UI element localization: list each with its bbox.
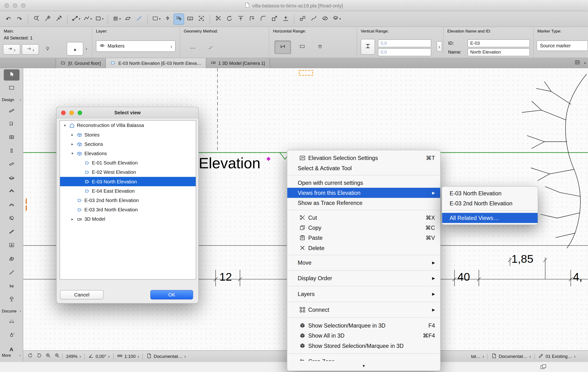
tab-overview-icon[interactable] xyxy=(540,363,547,372)
ok-button[interactable]: OK xyxy=(150,290,193,299)
menu-item-connect[interactable]: Connect▶ xyxy=(287,305,441,315)
chevron-right-icon[interactable]: › xyxy=(79,354,81,359)
disclosure-closed-icon[interactable]: ▸ xyxy=(69,142,76,146)
tree-item[interactable]: ▸Sections xyxy=(60,139,196,149)
horizontal-infinite-button[interactable] xyxy=(274,41,291,54)
eraser-button[interactable] xyxy=(41,44,54,55)
vertical-top-field[interactable]: 0,0 xyxy=(378,40,431,47)
chevron-right-icon[interactable]: › xyxy=(574,354,576,359)
orientation-control[interactable]: 0,00°› xyxy=(85,353,112,360)
menu-item-open-with-current-settings[interactable]: Open with current settings xyxy=(287,178,441,188)
dropdown-arrow-icon[interactable]: ▾ xyxy=(102,17,103,21)
place-marker-button[interactable] xyxy=(174,13,184,25)
inject-parameters-button[interactable] xyxy=(53,13,64,25)
tab-e03-north-elevation[interactable]: E-03 North Elevation [E-03 North Eleva… xyxy=(106,58,206,68)
marker-geometry-button[interactable]: › xyxy=(22,44,39,55)
lamp-tool[interactable] xyxy=(4,294,19,305)
disclosure-closed-icon[interactable]: ▸ xyxy=(69,217,76,221)
stair-tool[interactable] xyxy=(4,267,19,279)
zoom-next-button[interactable] xyxy=(34,352,43,360)
name-field[interactable]: North Elevation xyxy=(468,48,530,56)
window-tool[interactable] xyxy=(4,132,19,144)
guide-plane-button[interactable] xyxy=(123,13,133,25)
tree-item[interactable]: E-03 North Elevation xyxy=(60,177,196,186)
undo-button[interactable]: ↶ xyxy=(3,13,14,25)
favorite-box-button[interactable]: ▾ xyxy=(94,13,105,25)
grid-snap-button[interactable]: ▾ xyxy=(111,13,122,25)
scale-control[interactable]: 1:100› xyxy=(114,353,142,360)
dialog-close-button[interactable] xyxy=(61,110,66,115)
fit-in-window-button[interactable] xyxy=(196,13,207,25)
adjust-button[interactable] xyxy=(224,13,235,25)
geometry-straight-button[interactable] xyxy=(185,43,200,53)
split-button[interactable] xyxy=(213,13,223,25)
menu-item-show-selection-marquee-in-3d[interactable]: Show Selection/Marquee in 3DF4 xyxy=(287,320,441,331)
vertical-range-button[interactable] xyxy=(361,39,375,55)
disclosure-closed-icon[interactable]: ▸ xyxy=(69,133,76,137)
tree-item[interactable]: E-04 East Elevation xyxy=(60,186,196,196)
tree-item[interactable]: ▾Elevations xyxy=(60,149,196,158)
panel-expander-button[interactable]: › xyxy=(437,41,442,52)
align-button[interactable] xyxy=(236,13,246,25)
disclosure-open-icon[interactable]: ▾ xyxy=(62,123,68,127)
quick-layers-button[interactable]: ▾ xyxy=(331,13,342,25)
zoom-in-button[interactable] xyxy=(43,352,53,360)
zoom-fit-button[interactable] xyxy=(52,352,62,360)
roof-tool[interactable] xyxy=(4,186,19,197)
dropdown-arrow-icon[interactable]: ▾ xyxy=(339,17,341,21)
tab-3d-model[interactable]: 1 3D Model [Camera 1] xyxy=(206,58,270,68)
zone-tool[interactable] xyxy=(4,240,19,251)
dimension-style-button[interactable]: 12 xyxy=(185,13,195,25)
menu-item-display-order[interactable]: Display Order▶ xyxy=(287,273,441,283)
dimension-tool[interactable]: 1.2 xyxy=(4,317,19,328)
navigator-button[interactable] xyxy=(572,58,583,69)
intersect-button[interactable] xyxy=(247,13,257,25)
partial-item-control[interactable]: tat…› xyxy=(468,354,487,359)
dropdown-arrow-icon[interactable]: ▾ xyxy=(79,17,80,21)
chevron-right-icon[interactable]: › xyxy=(137,354,139,359)
magnet-button[interactable] xyxy=(314,43,326,52)
dropdown-arrow-icon[interactable]: ▾ xyxy=(159,17,160,21)
tab-ground-floor[interactable]: [0. Ground floor] xyxy=(55,58,106,68)
menu-item-e-03-north-elevation[interactable]: E-03 North Elevation xyxy=(442,188,538,198)
group-button[interactable] xyxy=(297,13,308,25)
shell-tool[interactable] xyxy=(4,200,19,211)
chevron-right-icon[interactable]: › xyxy=(108,354,110,359)
tree-item[interactable]: ▸3D Model xyxy=(60,215,196,224)
menu-item-layers[interactable]: Layers▶ xyxy=(287,289,441,299)
pick-up-parameters-button[interactable] xyxy=(42,13,53,25)
menu-item-e-03-2nd-north-elevation[interactable]: E-03 2nd North Elevation xyxy=(442,198,538,208)
tree-item[interactable]: E-03 2nd North Elevation xyxy=(60,196,196,205)
arrow-tool[interactable] xyxy=(4,69,19,81)
fillet-button[interactable] xyxy=(258,13,269,25)
dropdown-arrow-icon[interactable]: ▾ xyxy=(119,17,121,21)
menu-item-all-related-views[interactable]: All Related Views… xyxy=(442,213,538,223)
mesh-tool[interactable] xyxy=(4,254,19,265)
tree-item[interactable]: E-01 South Elevation xyxy=(60,158,196,167)
menu-item-show-all-in-3d[interactable]: Show All in 3D⌘F4 xyxy=(287,331,441,341)
resize-button[interactable] xyxy=(269,13,280,25)
menu-item-paste[interactable]: Paste⌘V xyxy=(287,233,441,243)
zoom-level-control[interactable]: 249%› xyxy=(63,354,84,359)
vertical-bottom-field[interactable]: 0,0 xyxy=(378,48,431,56)
menu-item-delete[interactable]: Delete xyxy=(287,243,441,253)
chevron-right-icon[interactable]: › xyxy=(483,354,484,359)
marquee-mode-button[interactable]: ▾ xyxy=(151,13,161,25)
trace-reference-button[interactable] xyxy=(320,13,330,25)
marquee-tool[interactable] xyxy=(4,83,19,94)
toolbox-section-design[interactable]: Design› xyxy=(0,96,23,103)
marker-settings-button[interactable]: › xyxy=(3,44,20,55)
spline-button[interactable] xyxy=(309,13,319,25)
toolbox-section-docume[interactable]: Docume› xyxy=(0,308,23,314)
disclosure-open-icon[interactable]: ▾ xyxy=(69,151,76,155)
document-set-control[interactable]: Documentat…› xyxy=(488,353,534,360)
dropdown-arrow-icon[interactable]: ▾ xyxy=(90,17,92,21)
menu-item-cut[interactable]: Cut⌘X xyxy=(287,213,441,223)
curtain-wall-tool[interactable] xyxy=(4,227,19,238)
menu-item-copy[interactable]: Copy⌘C xyxy=(287,223,441,233)
geometry-stepped-button[interactable] xyxy=(203,43,218,53)
beam-tool[interactable] xyxy=(4,159,19,170)
chevron-down-icon[interactable]: ▾ xyxy=(584,62,586,65)
dialog-zoom-button[interactable] xyxy=(77,110,82,115)
expander-chevron-icon[interactable]: › xyxy=(85,46,87,51)
